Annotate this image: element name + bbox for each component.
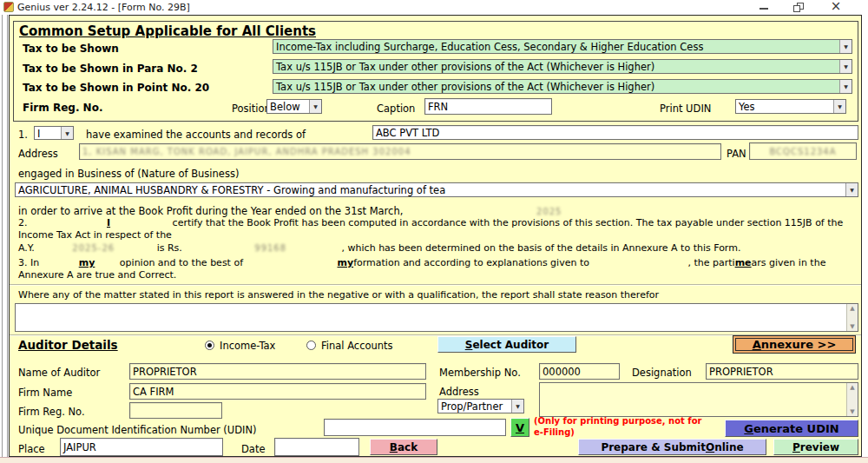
tax-para2-label: Tax to be Shown in Para No. 2 — [23, 63, 198, 75]
annexure-button[interactable]: Annexure >> — [733, 335, 856, 354]
dropdown-arrow-icon[interactable]: ▼ — [309, 100, 321, 113]
designation-label: Designation — [632, 367, 692, 379]
point3-pronoun-2: my — [338, 257, 354, 268]
rs-label: is Rs. — [157, 242, 182, 254]
tax-point20-label: Tax to be Shown in Point No. 20 — [23, 82, 209, 94]
auditor-name-input[interactable]: PROPRIETOR — [129, 363, 426, 380]
tax-point20-value: Tax u/s 115JB or Tax under other provisi… — [273, 80, 839, 93]
app-icon — [3, 2, 14, 12]
dropdown-arrow-icon[interactable]: ▼ — [511, 400, 523, 413]
reason-textarea[interactable]: ▲ ▼ — [15, 303, 858, 332]
restore-icon[interactable] — [793, 3, 804, 12]
membership-input[interactable]: 000000 — [539, 363, 620, 380]
divider — [10, 284, 861, 286]
preview-button[interactable]: Preview — [773, 439, 858, 455]
tax-point20-select[interactable]: Tax u/s 115JB or Tax under other provisi… — [273, 79, 852, 94]
firm-reg-label: Firm Reg. No. — [23, 102, 102, 114]
prepare-submit-online-button[interactable]: Prepare & Submit Online — [578, 439, 766, 455]
point3-pronoun-1: my — [79, 257, 95, 268]
common-setup-title: Common Setup Applicable for All Clients — [19, 23, 316, 39]
point3-b: opinion and to the best of — [120, 257, 243, 268]
tax-para2-select[interactable]: Tax u/s 115JB or Tax under other provisi… — [273, 59, 852, 74]
year-redacted-value: 2025 — [536, 207, 562, 216]
auditor-address-value — [540, 386, 543, 400]
final-accounts-radio-label[interactable]: Final Accounts — [321, 340, 393, 352]
rs-redacted-value: 99168 — [254, 243, 286, 253]
udin-note-line2: e-Filing) — [534, 427, 575, 437]
ay-line: A.Y. 2025-26 is Rs. 99168 , which has be… — [18, 242, 857, 255]
udin-input[interactable] — [324, 419, 506, 436]
bottom-strip — [0, 457, 868, 463]
position-label: Position — [232, 103, 271, 115]
point2-pronoun: I — [107, 217, 110, 228]
final-accounts-radio[interactable] — [306, 341, 316, 350]
dropdown-arrow-icon[interactable]: ▼ — [839, 80, 852, 93]
dropdown-arrow-icon[interactable]: ▼ — [833, 100, 845, 113]
dropdown-arrow-icon[interactable]: ▼ — [61, 127, 73, 139]
udin-note-line1: (Only for printing purpose, not for — [534, 416, 702, 426]
income-tax-radio[interactable] — [205, 341, 214, 350]
firm-name-input[interactable]: CA FIRM — [129, 383, 426, 400]
caption-label: Caption — [377, 103, 415, 115]
pan-redacted-value: BCQCS1234A — [769, 147, 836, 156]
scroll-down-icon[interactable]: ▼ — [850, 323, 854, 330]
date-input[interactable] — [274, 438, 359, 456]
form-29b-area: Common Setup Applicable for All Clients … — [9, 15, 862, 457]
year-text: in order to arrive at the Book Profit du… — [18, 205, 403, 217]
ay-redacted-value: 2025-26 — [72, 243, 115, 253]
close-icon[interactable]: × — [829, 0, 843, 14]
select-auditor-button[interactable]: Select Auditor — [437, 336, 576, 353]
address-type-value: Prop/Partner — [438, 400, 511, 413]
scroll-down-icon[interactable]: ▼ — [850, 408, 854, 415]
udin-label: Unique Document Identification Number (U… — [18, 424, 257, 436]
address-redacted-value: 1, KISAN MARG, TONK ROAD, JAIPUR, ANDHRA… — [82, 147, 411, 156]
business-select[interactable]: AGRICULTURE, ANIMAL HUSBANDRY & FORESTRY… — [15, 182, 858, 197]
generate-udin-button[interactable]: Generate UDIN — [725, 420, 858, 437]
membership-label: Membership No. — [439, 367, 521, 379]
position-select[interactable]: Below ▼ — [266, 99, 322, 114]
dropdown-arrow-icon[interactable]: ▼ — [839, 40, 852, 53]
tax-to-be-shown-select[interactable]: Income-Tax including Surcharge, Educatio… — [273, 39, 852, 54]
address-type-select[interactable]: Prop/Partner ▼ — [437, 399, 524, 413]
reason-scrollbar[interactable]: ▲ ▼ — [846, 304, 858, 331]
point3-paragraph: 3. In my opinion and to the best of myfo… — [18, 257, 857, 281]
annexure-button-label: Annexure >> — [735, 338, 853, 351]
scroll-up-icon[interactable]: ▲ — [850, 384, 854, 391]
auditor-address-scrollbar[interactable]: ▲ ▼ — [846, 383, 858, 416]
company-name-input[interactable]: ABC PVT LTD — [372, 125, 858, 140]
window-title: Genius ver 2.24.12 - [Form No. 29B] — [17, 2, 190, 13]
designation-input[interactable]: PROPRIETOR — [706, 363, 858, 380]
tax-to-be-shown-value: Income-Tax including Surcharge, Educatio… — [273, 40, 839, 53]
auditor-address-textarea[interactable]: ▲ ▼ — [539, 382, 858, 417]
auditor-firm-reg-label: Firm Reg. No. — [18, 406, 85, 418]
qualification-text: Where any of the matter stated in this r… — [18, 289, 659, 301]
caption-input[interactable]: FRN — [424, 98, 552, 115]
left-dock-strip — [2, 15, 8, 457]
udin-verify-button[interactable]: V — [510, 418, 529, 437]
minimize-icon[interactable] — [760, 8, 768, 10]
pan-label: PAN — [727, 148, 746, 160]
year-line: in order to arrive at the Book Profit du… — [18, 205, 562, 217]
place-input[interactable]: JAIPUR — [60, 438, 223, 456]
address-input[interactable]: 1, KISAN MARG, TONK ROAD, JAIPUR, ANDHRA… — [79, 143, 721, 160]
pan-input[interactable]: BCQCS1234A — [749, 142, 857, 160]
dropdown-arrow-icon[interactable]: ▼ — [845, 183, 858, 196]
scroll-up-icon[interactable]: ▲ — [850, 305, 854, 312]
point3-a: 3. In — [18, 257, 39, 268]
income-tax-radio-label[interactable]: Income-Tax — [220, 340, 275, 352]
auditor-address-label: Address — [439, 386, 479, 398]
dropdown-arrow-icon[interactable]: ▼ — [839, 60, 852, 73]
point2-paragraph: 2. I certify that the Book Profit has be… — [18, 217, 857, 241]
tax-para2-value: Tax u/s 115JB or Tax under other provisi… — [273, 60, 839, 73]
app-window: Genius ver 2.24.12 - [Form No. 29B] × Co… — [0, 0, 868, 463]
pronoun-select[interactable]: I ▼ — [34, 126, 74, 140]
back-button[interactable]: Back — [370, 439, 437, 455]
place-label: Place — [18, 443, 45, 455]
print-udin-select[interactable]: Yes ▼ — [735, 99, 846, 114]
business-label: engaged in Business of (Nature of Busine… — [18, 168, 239, 180]
tax-to-be-shown-label: Tax to be Shown — [23, 43, 119, 55]
auditor-firm-reg-input[interactable] — [129, 402, 222, 419]
address-label: Address — [18, 148, 58, 160]
point3-d: , the parti — [687, 257, 734, 268]
firm-name-label: Firm Name — [18, 387, 72, 399]
